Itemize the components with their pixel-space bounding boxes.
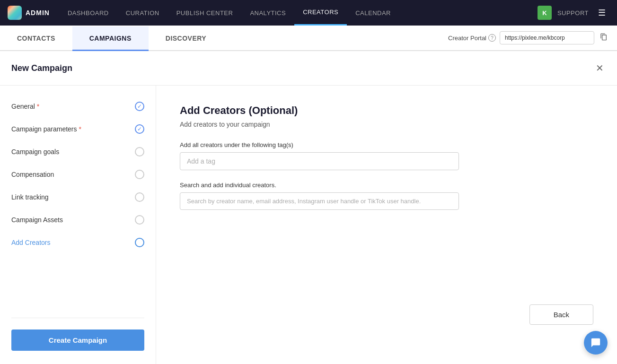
sidebar-item-add-creators[interactable]: Add Creators xyxy=(0,231,156,254)
campaign-panel: New Campaign ✕ General * ✓ Campaign para… xyxy=(0,51,617,364)
avatar: K xyxy=(538,6,552,20)
logo[interactable]: ADMIN xyxy=(8,6,50,20)
tabs-bar: CONTACTS CAMPAIGNS DISCOVERY Creator Por… xyxy=(0,26,617,51)
creator-search-input[interactable] xyxy=(180,192,459,210)
copy-button[interactable] xyxy=(598,31,609,44)
nav-calendar[interactable]: CALENDAR xyxy=(347,0,399,26)
tab-contacts[interactable]: CONTACTS xyxy=(0,26,72,51)
sidebar-status-goals xyxy=(135,147,144,156)
tag-input[interactable] xyxy=(180,152,459,170)
form-section-title: Add Creators (Optional) xyxy=(180,104,593,117)
sidebar-label-link-tracking: Link tracking xyxy=(11,193,49,201)
nav-right: K SUPPORT ☰ xyxy=(538,6,609,20)
campaign-body: General * ✓ Campaign parameters * ✓ Camp… xyxy=(0,86,617,364)
sidebar-item-campaign-goals[interactable]: Campaign goals xyxy=(0,140,156,163)
nav-dashboard[interactable]: DASHBOARD xyxy=(59,0,117,26)
sidebar-label-general: General * xyxy=(11,103,39,110)
nav-curation[interactable]: CURATION xyxy=(117,0,168,26)
campaign-title: New Campaign xyxy=(11,63,72,73)
sidebar-label-compensation: Compensation xyxy=(11,171,54,178)
sidebar: General * ✓ Campaign parameters * ✓ Camp… xyxy=(0,86,156,364)
top-nav: ADMIN DASHBOARD CURATION PUBLISH CENTER … xyxy=(0,0,617,26)
sidebar-status-parameters: ✓ xyxy=(135,124,144,134)
sidebar-status-assets xyxy=(135,215,144,225)
sidebar-divider xyxy=(11,318,144,318)
menu-button[interactable]: ☰ xyxy=(594,6,609,20)
close-button[interactable]: ✕ xyxy=(594,61,606,76)
tag-field-label: Add all creators under the following tag… xyxy=(180,141,593,148)
sidebar-status-compensation xyxy=(135,170,144,179)
sidebar-item-campaign-assets[interactable]: Campaign Assets xyxy=(0,208,156,231)
sidebar-item-link-tracking[interactable]: Link tracking xyxy=(0,186,156,208)
sidebar-item-general[interactable]: General * ✓ xyxy=(0,95,156,118)
tab-discovery[interactable]: DISCOVERY xyxy=(149,26,223,51)
form-actions: Back xyxy=(180,304,593,325)
nav-creators[interactable]: CREATORS xyxy=(294,0,347,26)
creator-portal-label: Creator Portal ? xyxy=(448,34,496,42)
portal-url: https://pixlee.me/kbcorp xyxy=(500,31,594,44)
help-icon[interactable]: ? xyxy=(488,34,496,42)
tab-campaigns[interactable]: CAMPAIGNS xyxy=(72,26,149,51)
support-link[interactable]: SUPPORT xyxy=(557,9,589,17)
sidebar-status-general: ✓ xyxy=(135,102,144,111)
logo-icon xyxy=(8,6,22,20)
logo-text: ADMIN xyxy=(26,9,50,17)
sidebar-status-link-tracking xyxy=(135,192,144,202)
sidebar-label-campaign-goals: Campaign goals xyxy=(11,148,59,156)
sidebar-item-compensation[interactable]: Compensation xyxy=(0,163,156,186)
sidebar-items: General * ✓ Campaign parameters * ✓ Camp… xyxy=(0,95,156,310)
sidebar-status-add-creators xyxy=(135,238,144,247)
sidebar-label-campaign-parameters: Campaign parameters * xyxy=(11,125,81,133)
form-section-subtitle: Add creators to your campaign xyxy=(180,121,593,128)
sidebar-item-campaign-parameters[interactable]: Campaign parameters * ✓ xyxy=(0,118,156,140)
back-button[interactable]: Back xyxy=(529,304,593,325)
sidebar-label-campaign-assets: Campaign Assets xyxy=(11,216,63,224)
main-content: New Campaign ✕ General * ✓ Campaign para… xyxy=(0,51,617,364)
nav-publish-center[interactable]: PUBLISH CENTER xyxy=(168,0,242,26)
create-campaign-button[interactable]: Create Campaign xyxy=(11,329,144,351)
campaign-header: New Campaign ✕ xyxy=(0,51,617,86)
floating-chat-button[interactable] xyxy=(584,331,608,355)
form-area: Add Creators (Optional) Add creators to … xyxy=(156,86,617,364)
nav-analytics[interactable]: ANALYTICS xyxy=(241,0,294,26)
sidebar-label-add-creators: Add Creators xyxy=(11,239,50,246)
search-field-label: Search and add individual creators. xyxy=(180,182,593,189)
nav-items: DASHBOARD CURATION PUBLISH CENTER ANALYT… xyxy=(59,0,538,26)
creator-portal-section: Creator Portal ? https://pixlee.me/kbcor… xyxy=(448,26,617,50)
